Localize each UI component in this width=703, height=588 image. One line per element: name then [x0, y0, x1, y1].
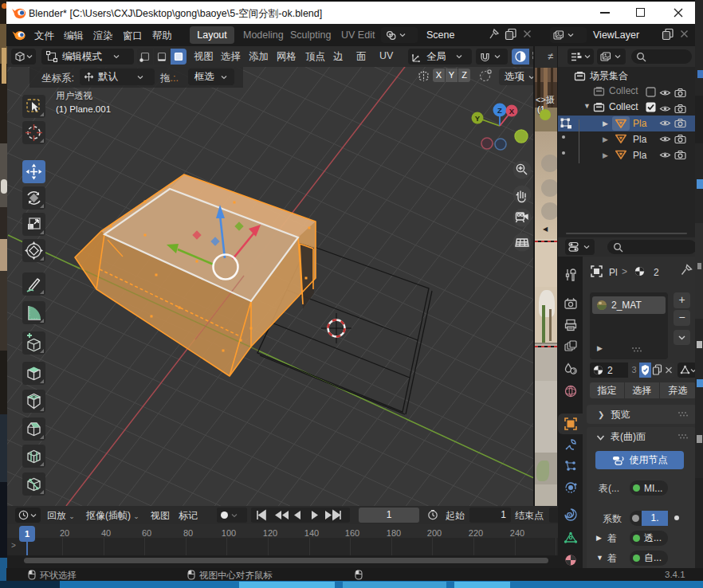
svg-text:Y: Y: [475, 114, 481, 123]
svg-text:Z: Z: [497, 106, 502, 115]
svg-text:X: X: [509, 107, 515, 116]
